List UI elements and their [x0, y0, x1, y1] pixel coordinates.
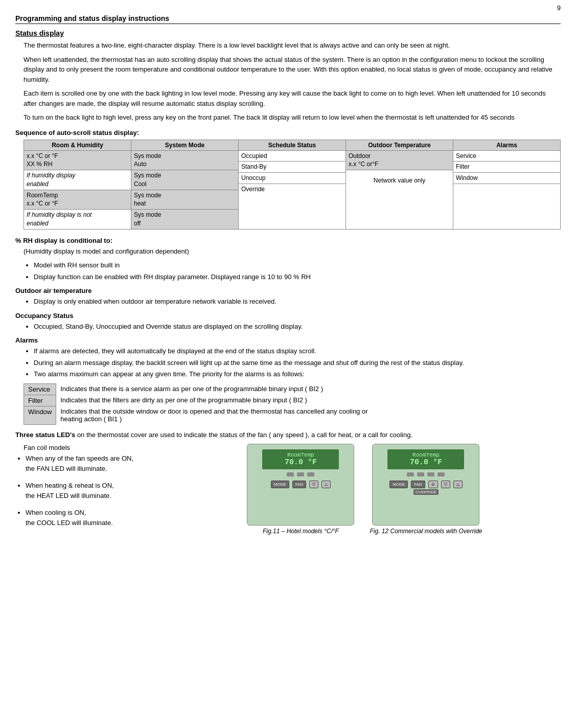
cell-unoccup: Unoccup [239, 173, 345, 184]
subsection-title-outdoor: Outdoor air temperature [15, 287, 561, 294]
fan-coil-models-label: Fan coil models [24, 444, 169, 451]
col-alarms: Alarms Service Filter Window [453, 140, 561, 230]
alarms-bullet-1: If alarms are detected, they will automa… [34, 346, 561, 356]
section-title-status: Status display [15, 29, 561, 37]
btn-mode-fig12[interactable]: MODE [389, 481, 408, 488]
subsection-title-alarms: Alarms [15, 336, 561, 344]
status-para-3: Each item is scrolled one by one with th… [24, 88, 561, 108]
alarm-desc-window: Indicates that the outside window or doo… [56, 406, 372, 424]
cell-sysmode-heat: Sys modeheat [131, 190, 238, 210]
status-para-2: When left unattended, the thermostat has… [24, 55, 561, 85]
therm-display-fig12: RoomTemp 70.0 °F [387, 449, 464, 469]
led-cool-fig11 [307, 472, 314, 476]
thermostat-fig11: RoomTemp 70.0 °F MODE FAN ▽ △ [247, 444, 354, 526]
cell-alarm-service: Service [453, 151, 560, 162]
subsection-title-occupancy: Occupancy Status [15, 312, 561, 320]
cell-network-value: Network value only [346, 170, 453, 191]
cell-rh-1: x.x °C or °FXX % RH [24, 151, 131, 171]
cell-rh-3: RoomTempx.x °C or °F [24, 190, 131, 210]
status-para-1: The thermostat features a two-line, eigh… [24, 40, 561, 51]
cell-outdoor-val: Outdoorx.x °C or°F [346, 151, 453, 171]
alarm-desc-filter: Indicates that the filters are dirty as … [56, 395, 372, 406]
outdoor-bullet-1: Display is only enabled when outdoor air… [34, 297, 561, 307]
cell-override: Override [239, 184, 345, 195]
therm-display-fig11: RoomTemp 70.0 °F [262, 449, 339, 469]
alarm-label-window: Window [24, 406, 56, 424]
led-bullet-heat: When heating & reheat is ON,the HEAT LED… [26, 481, 169, 500]
cell-standby: Stand-By [239, 162, 345, 173]
therm-controls-fig12: MODE FAN ⊙ ▽ △ [389, 481, 463, 488]
alarm-label-service: Service [24, 383, 56, 395]
alarms-bullets: If alarms are detected, they will automa… [34, 346, 561, 379]
thermostat-fig12: RoomTemp 70.0 °F MODE FAN ⊙ ▽ △ [372, 444, 479, 526]
btn-up-fig12[interactable]: △ [453, 481, 463, 488]
subsection-title-rh: % RH display is conditional to: [15, 237, 561, 244]
alarm-row-window: Window Indicates that the outside window… [24, 406, 372, 424]
therm-led-row-fig12 [407, 472, 445, 476]
btn-up-fig11[interactable]: △ [321, 481, 331, 488]
display-line1-fig11: RoomTemp [267, 452, 334, 458]
therm-controls-fig11: MODE FAN ▽ △ [271, 481, 331, 488]
alarm-row-filter: Filter Indicates that the filters are di… [24, 395, 372, 406]
led-content-wrapper: Fan coil models When any of the fan spee… [15, 444, 561, 537]
section-led-status: Three status LED's on the thermostat cov… [15, 430, 561, 537]
btn-func-fig12[interactable]: ⊙ [428, 481, 438, 488]
fig12-block: RoomTemp 70.0 °F MODE FAN ⊙ ▽ △ [370, 444, 482, 535]
thermostat-images-row: RoomTemp 70.0 °F MODE FAN ▽ △ [169, 444, 561, 537]
outdoor-bullets: Display is only enabled when outdoor air… [34, 297, 561, 307]
btn-down-fig11[interactable]: ▽ [309, 481, 318, 488]
col-system-mode: System Mode Sys modeAuto Sys modeCool Sy… [131, 140, 239, 230]
fig11-caption: Fig.11 – Hotel models °C/°F [263, 528, 339, 535]
alarms-table: Service Indicates that there is a servic… [24, 383, 372, 425]
col-header-schedule: Schedule Status [239, 140, 345, 151]
col-header-outdoor: Outdoor Temperature [346, 140, 453, 151]
section-outdoor-air: Outdoor air temperature Display is only … [15, 287, 561, 307]
col-schedule-status: Schedule Status Occupied Stand-By Unoccu… [239, 140, 346, 230]
cell-occupied: Occupied [239, 151, 345, 162]
btn-mode-fig11[interactable]: MODE [271, 481, 289, 488]
main-title: Programming and status display instructi… [15, 14, 561, 24]
cell-alarm-window: Window [453, 173, 560, 184]
section-rh: % RH display is conditional to: (Humidit… [15, 237, 561, 282]
led-bold-title: Three status LED's [15, 431, 75, 439]
section-alarms: Alarms If alarms are detected, they will… [15, 336, 561, 425]
cell-sysmode-cool: Sys modeCool [131, 170, 238, 190]
alarms-bullet-3: Two alarms maximum can appear at any giv… [34, 369, 561, 379]
display-line2-fig11: 70.0 °F [267, 458, 334, 467]
led-intro-text: Three status LED's on the thermostat cov… [15, 430, 561, 440]
led-fan-fig12 [407, 472, 414, 476]
rh-intro: (Humidity display is model and configura… [24, 246, 561, 257]
rh-bullet-2: Display function can be enabled with RH … [34, 272, 561, 282]
col-header-sysmode: System Mode [131, 140, 238, 151]
btn-down-fig12[interactable]: ▽ [441, 481, 450, 488]
sequence-title: Sequence of auto-scroll status display: [15, 129, 561, 136]
fig12-caption: Fig. 12 Commercial models with Override [370, 528, 482, 535]
fig11-block: RoomTemp 70.0 °F MODE FAN ▽ △ [247, 444, 354, 535]
cell-sysmode-auto: Sys modeAuto [131, 151, 238, 171]
col-header-room: Room & Humidity [24, 140, 131, 151]
led-bullet-fan: When any of the fan speeds are ON,the FA… [26, 453, 169, 473]
alarm-desc-service: Indicates that there is a service alarm … [56, 383, 372, 395]
rh-bullets: Model with RH sensor built in Display fu… [34, 260, 561, 282]
btn-fan-fig11[interactable]: FAN [292, 481, 307, 488]
btn-fan-fig12[interactable]: FAN [411, 481, 425, 488]
cell-rh-4: If humidity display is notenabled [24, 210, 131, 229]
led-text-col: Fan coil models When any of the fan spee… [15, 444, 169, 537]
col-outdoor-temp: Outdoor Temperature Outdoorx.x °C or°F N… [346, 140, 453, 230]
override-label-fig12: OVERRIDE [413, 489, 439, 495]
alarm-label-filter: Filter [24, 395, 56, 406]
cell-sysmode-off: Sys modeoff [131, 210, 238, 229]
display-line2-fig12: 70.0 °F [393, 458, 459, 467]
cell-rh-2: If humidity displayenabled [24, 170, 131, 190]
display-line1-fig12: RoomTemp [393, 452, 459, 458]
alarms-bullet-2: During an alarm message display, the bac… [34, 358, 561, 368]
scroll-table: Room & Humidity x.x °C or °FXX % RH If h… [24, 140, 561, 230]
led-fan-fig11 [287, 472, 294, 476]
led-heat-fig12 [417, 472, 424, 476]
page-number: 9 [557, 4, 561, 12]
rh-bullet-1: Model with RH sensor built in [34, 260, 561, 270]
led-bullets: When any of the fan speeds are ON,the FA… [26, 453, 169, 528]
col-header-alarms: Alarms [453, 140, 560, 151]
section-status-display: Status display The thermostat features a… [15, 29, 561, 230]
led-heat-fig11 [297, 472, 304, 476]
